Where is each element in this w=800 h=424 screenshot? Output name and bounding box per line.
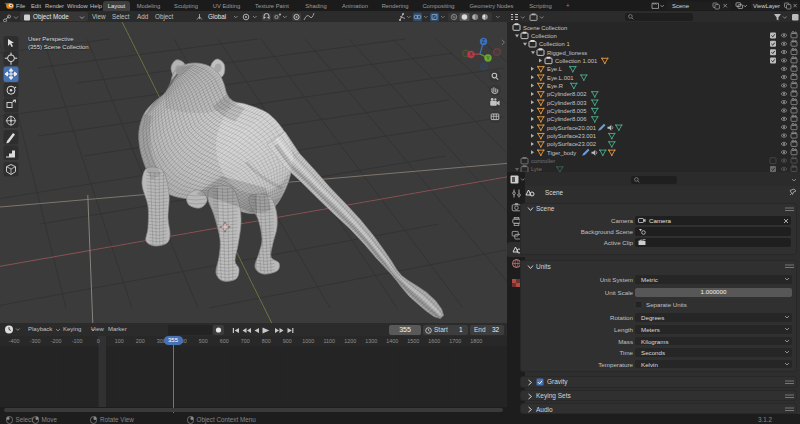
svg-text:Rigged_lioness: Rigged_lioness: [547, 50, 587, 56]
svg-text:Eye.R: Eye.R: [547, 83, 563, 89]
svg-text:polySurface23.002: polySurface23.002: [547, 141, 596, 147]
svg-text:Scene Collection: Scene Collection: [523, 25, 567, 31]
svg-text:Eye.L.001: Eye.L.001: [547, 75, 574, 81]
svg-text:Tiger_body: Tiger_body: [547, 150, 576, 156]
svg-text:Collection 1.001: Collection 1.001: [555, 58, 597, 64]
svg-text:polySurface23.001: polySurface23.001: [547, 133, 596, 139]
svg-text:X: X: [469, 52, 472, 57]
svg-text:Eye.L: Eye.L: [547, 66, 563, 72]
svg-text:pCylinder8.006: pCylinder8.006: [547, 116, 587, 122]
svg-text:pCylinder8.003: pCylinder8.003: [547, 100, 587, 106]
svg-text:pCylinder8.005: pCylinder8.005: [547, 108, 587, 114]
svg-text:Y: Y: [486, 56, 489, 61]
svg-text:Z: Z: [482, 39, 485, 44]
svg-text:polySurface20.001: polySurface20.001: [547, 125, 596, 131]
svg-text:Collection: Collection: [531, 33, 557, 39]
svg-text:controller: controller: [531, 158, 555, 164]
svg-text:Collection 1: Collection 1: [539, 41, 570, 47]
svg-text:pCylinder8.002: pCylinder8.002: [547, 91, 587, 97]
